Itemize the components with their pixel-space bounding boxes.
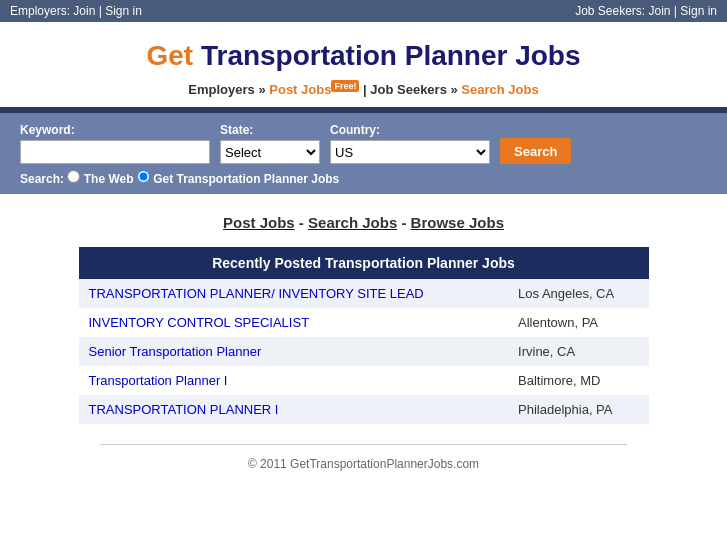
employer-links[interactable]: Employers: Join | Sign in <box>10 4 142 18</box>
country-field-group: Country: US <box>330 123 490 164</box>
search-scope: Search: The Web Get Transportation Plann… <box>20 170 707 186</box>
jobs-table: Recently Posted Transportation Planner J… <box>79 247 649 424</box>
table-header-row: Recently Posted Transportation Planner J… <box>79 247 649 279</box>
site-radio[interactable] <box>137 170 150 183</box>
jobseeker-links[interactable]: Job Seekers: Join | Sign in <box>575 4 717 18</box>
nav-arrow1: » <box>255 82 269 97</box>
job-title-link[interactable]: INVENTORY CONTROL SPECIALIST <box>89 315 310 330</box>
country-label: Country: <box>330 123 490 137</box>
post-jobs-link[interactable]: Post Jobs <box>269 82 331 97</box>
main-content: Post Jobs - Search Jobs - Browse Jobs Re… <box>0 194 727 507</box>
web-radio[interactable] <box>67 170 80 183</box>
title-rest: Transportation Planner Jobs <box>193 40 580 71</box>
web-radio-label: The Web <box>84 172 134 186</box>
job-location-cell: Los Angeles, CA <box>508 279 648 308</box>
browse-sep2: - <box>397 214 410 231</box>
table-row: TRANSPORTATION PLANNER I Philadelphia, P… <box>79 395 649 424</box>
browse-sep1: - <box>295 214 308 231</box>
job-title-cell[interactable]: Senior Transportation Planner <box>79 337 509 366</box>
state-label: State: <box>220 123 320 137</box>
job-location-cell: Irvine, CA <box>508 337 648 366</box>
copyright: © 2011 GetTransportationPlannerJobs.com <box>248 457 479 471</box>
search-label: Search: <box>20 172 64 186</box>
job-title-cell[interactable]: TRANSPORTATION PLANNER I <box>79 395 509 424</box>
table-row: INVENTORY CONTROL SPECIALIST Allentown, … <box>79 308 649 337</box>
job-title-cell[interactable]: INVENTORY CONTROL SPECIALIST <box>79 308 509 337</box>
search-jobs-nav-link[interactable]: Search Jobs <box>308 214 397 231</box>
state-field-group: State: Select <box>220 123 320 164</box>
site-radio-label: Get Transportation Planner Jobs <box>153 172 339 186</box>
top-bar: Employers: Join | Sign in Job Seekers: J… <box>0 0 727 22</box>
job-title-cell[interactable]: TRANSPORTATION PLANNER/ INVENTORY SITE L… <box>79 279 509 308</box>
job-location-cell: Baltimore, MD <box>508 366 648 395</box>
header: Get Transportation Planner Jobs Employer… <box>0 22 727 107</box>
post-jobs-nav-link[interactable]: Post Jobs <box>223 214 295 231</box>
search-button[interactable]: Search <box>500 138 571 164</box>
browse-jobs-nav-link[interactable]: Browse Jobs <box>411 214 504 231</box>
nav-sep: | <box>359 82 370 97</box>
header-nav: Employers » Post JobsFree! | Job Seekers… <box>10 80 717 97</box>
nav-employers-label: Employers <box>188 82 254 97</box>
nav-arrow2: » <box>447 82 461 97</box>
job-location-cell: Philadelphia, PA <box>508 395 648 424</box>
table-row: Senior Transportation Planner Irvine, CA <box>79 337 649 366</box>
site-title: Get Transportation Planner Jobs <box>10 40 717 72</box>
table-row: TRANSPORTATION PLANNER/ INVENTORY SITE L… <box>79 279 649 308</box>
job-title-link[interactable]: Senior Transportation Planner <box>89 344 262 359</box>
title-get: Get <box>146 40 193 71</box>
keyword-label: Keyword: <box>20 123 210 137</box>
state-select[interactable]: Select <box>220 140 320 164</box>
job-title-link[interactable]: TRANSPORTATION PLANNER I <box>89 402 279 417</box>
job-title-cell[interactable]: Transportation Planner I <box>79 366 509 395</box>
job-title-link[interactable]: Transportation Planner I <box>89 373 228 388</box>
browse-nav: Post Jobs - Search Jobs - Browse Jobs <box>60 214 667 231</box>
search-fields: Keyword: State: Select Country: US Searc… <box>20 123 707 164</box>
keyword-input[interactable] <box>20 140 210 164</box>
country-select[interactable]: US <box>330 140 490 164</box>
table-header-cell: Recently Posted Transportation Planner J… <box>79 247 649 279</box>
footer: © 2011 GetTransportationPlannerJobs.com <box>60 445 667 487</box>
search-bar: Keyword: State: Select Country: US Searc… <box>0 113 727 194</box>
table-row: Transportation Planner I Baltimore, MD <box>79 366 649 395</box>
free-badge: Free! <box>331 80 359 92</box>
keyword-field-group: Keyword: <box>20 123 210 164</box>
job-location-cell: Allentown, PA <box>508 308 648 337</box>
job-title-link[interactable]: TRANSPORTATION PLANNER/ INVENTORY SITE L… <box>89 286 424 301</box>
search-jobs-link[interactable]: Search Jobs <box>461 82 538 97</box>
nav-job-seekers: Job Seekers <box>370 82 447 97</box>
